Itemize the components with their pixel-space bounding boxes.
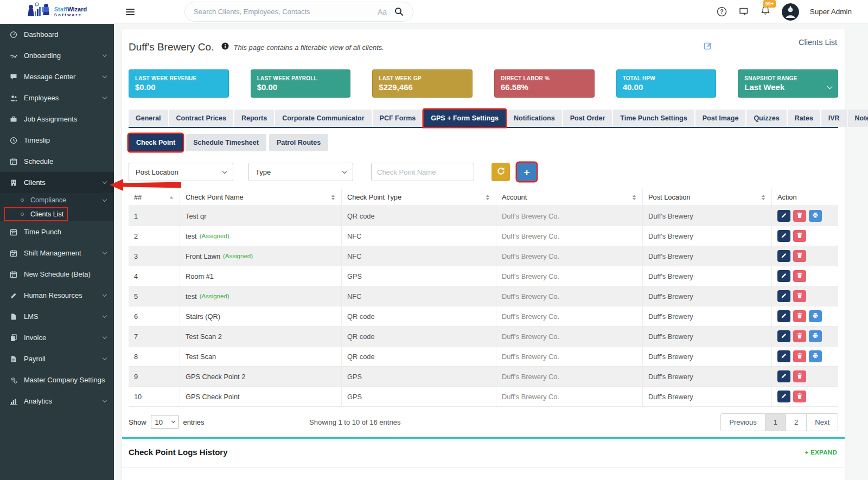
delete-button[interactable] [793,290,806,302]
edit-page-icon[interactable] [704,41,712,52]
cell-action [772,206,838,226]
chat-icon[interactable] [738,7,749,17]
tab-time-punch-settings[interactable]: Time Punch Settings [613,110,694,127]
avatar[interactable] [782,3,799,21]
delete-button[interactable] [793,250,806,262]
delete-button[interactable] [793,310,806,322]
tab-contract-prices[interactable]: Contract Prices [169,110,233,127]
edit-button[interactable] [777,230,790,242]
sidebar-item-invoice[interactable]: Invoice [0,327,114,348]
column-header-account[interactable]: Account [496,189,643,206]
cell-post-location: Duff's Brewery [643,387,772,406]
notifications-bell-icon[interactable]: 99+ [760,5,771,18]
delete-button[interactable] [793,230,806,242]
delete-button[interactable] [793,270,806,282]
tab-post-order[interactable]: Post Order [563,110,612,127]
menu-toggle-button[interactable] [126,9,135,15]
delete-button[interactable] [793,350,806,362]
subtab-patrol-routes[interactable]: Patrol Routes [269,134,328,151]
tab-notifications[interactable]: Notifications [507,110,562,127]
sidebar-item-compliance[interactable]: Compliance [0,193,114,207]
sidebar-item-master-company-settings[interactable]: Master Company Settings [0,369,114,391]
tab-rates[interactable]: Rates [788,110,820,127]
edit-button[interactable] [777,210,790,222]
edit-button[interactable] [777,290,790,302]
help-icon[interactable]: ? [717,7,727,17]
trash-icon [796,332,803,341]
sidebar-item-label: Employees [24,94,103,102]
sidebar-item-clients-list[interactable]: Clients List [0,207,114,221]
edit-button[interactable] [777,350,790,362]
type-select[interactable]: Type [248,163,353,181]
sidebar-item-onboarding[interactable]: Onboarding [0,45,114,66]
tab-corporate-communicator[interactable]: Corporate Communicator [275,110,371,127]
sidebar-item-job-assignments[interactable]: Job Assignments [0,108,114,130]
search-icon[interactable] [393,7,404,17]
expand-logs-button[interactable]: + EXPAND [805,449,837,456]
font-size-toggle[interactable]: Aa [378,8,387,16]
app-logo[interactable]: StaffWizard Software [0,0,114,23]
checkpoint-name-input[interactable] [371,163,474,181]
tab-quizzes[interactable]: Quizzes [746,110,786,127]
sidebar-item-label: Clients [24,178,103,187]
snapshot-range-card[interactable]: SNAPSHOT RANGELast Week [738,69,838,98]
page-button-2[interactable]: 2 [786,414,807,431]
sidebar-item-time-punch[interactable]: Time Punch [0,221,114,242]
sidebar-item-clients[interactable]: Clients [0,172,114,193]
tab-general[interactable]: General [129,110,168,127]
page-size-select[interactable]: 10 [151,415,179,429]
content-card: Duff's Brewery Co. This page contains a … [122,29,845,480]
column-header-post-location[interactable]: Post Location [643,189,772,206]
page-button-previous[interactable]: Previous [721,414,765,431]
delete-button[interactable] [793,330,806,342]
print-button[interactable] [809,330,822,342]
tab-post-image[interactable]: Post Image [695,110,746,127]
sidebar-item-shift-management[interactable]: Shift Management [0,242,114,264]
user-name[interactable]: Super Admin [810,8,852,16]
edit-button[interactable] [777,391,790,402]
tab-notes[interactable]: Notes [848,110,868,127]
sidebar-item-employees[interactable]: Employees [0,87,114,108]
tab-gps-form-settings[interactable]: GPS + Form Settings [424,110,506,127]
sidebar-item-analytics[interactable]: Analytics [0,391,114,412]
kpi-label: DIRECT LABOR % [501,75,588,81]
edit-button[interactable] [777,270,790,282]
edit-button[interactable] [777,370,790,382]
clock-icon [10,137,18,144]
sidebar-item-lms[interactable]: LMS [0,306,114,327]
edit-button[interactable] [777,330,790,342]
page-button-next[interactable]: Next [807,414,838,431]
refresh-button[interactable] [492,163,510,181]
subtab-schedule-timesheet[interactable]: Schedule Timesheet [186,134,266,151]
column-header-[interactable]: ## [129,189,180,206]
post-location-select[interactable]: Post Location [129,163,233,181]
print-button[interactable] [809,350,822,362]
sidebar-item-message-center[interactable]: Message Center [0,66,114,87]
delete-button[interactable] [793,210,806,222]
print-button[interactable] [809,310,822,322]
sidebar-item-schedule[interactable]: Schedule [0,151,114,172]
add-checkpoint-button[interactable]: + [517,163,537,181]
breadcrumb[interactable]: Clients List [799,38,837,47]
global-search[interactable]: Aa [184,2,413,22]
page-button-1[interactable]: 1 [765,414,786,431]
subtab-check-point[interactable]: Check Point [129,134,183,151]
delete-button[interactable] [793,370,806,382]
sidebar-item-payroll[interactable]: Payroll [0,348,114,369]
column-header-check-point-type[interactable]: Check Point Type [342,189,496,206]
sidebar-item-timeslip[interactable]: Timeslip [0,130,114,151]
print-button[interactable] [809,210,822,222]
sidebar-item-human-resources[interactable]: Human Resources [0,285,114,306]
cell-number: 10 [129,387,180,406]
sidebar-item-dashboard[interactable]: Dashboard [0,24,114,45]
tab-ivr[interactable]: IVR [821,110,847,127]
tab-pcf-forms[interactable]: PCF Forms [373,110,423,127]
search-input[interactable] [194,8,371,16]
tab-reports[interactable]: Reports [234,110,274,127]
edit-button[interactable] [777,310,790,322]
sidebar-item-new-schedule-beta[interactable]: New Schedule (Beta) [0,264,114,285]
cell-number: 9 [129,367,180,386]
delete-button[interactable] [793,391,806,402]
column-header-check-point-name[interactable]: Check Point Name [180,189,342,206]
edit-button[interactable] [777,250,790,262]
